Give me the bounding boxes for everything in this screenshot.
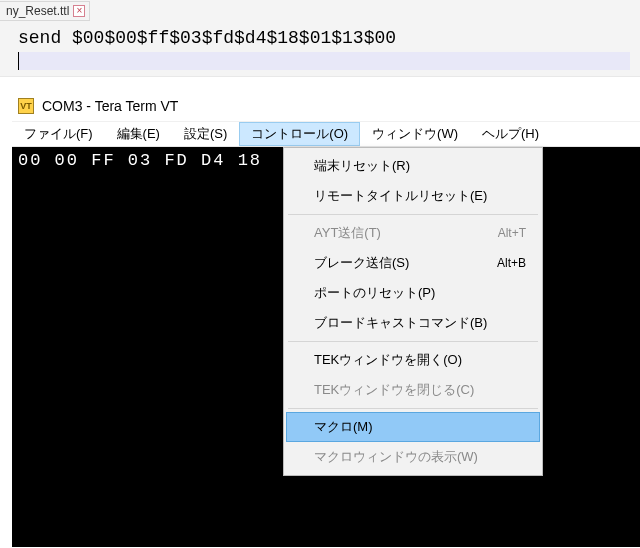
menu-tek-close: TEKウィンドウを閉じる(C)	[286, 375, 540, 405]
menu-item-label: ブレーク送信(S)	[314, 254, 409, 272]
menu-separator	[288, 408, 538, 409]
menu-item-label: TEKウィンドウを開く(O)	[314, 351, 462, 369]
menu-ayt-send: AYT送信(T) Alt+T	[286, 218, 540, 248]
editor-caret-line[interactable]	[18, 52, 630, 70]
menubar: ファイル(F) 編集(E) 設定(S) コントロール(O) ウィンドウ(W) ヘ…	[12, 121, 640, 147]
menu-broadcast[interactable]: ブロードキャストコマンド(B)	[286, 308, 540, 338]
teraterm-window: VT COM3 - Tera Term VT ファイル(F) 編集(E) 設定(…	[12, 91, 640, 547]
menu-file[interactable]: ファイル(F)	[12, 122, 105, 146]
window-title: COM3 - Tera Term VT	[42, 98, 178, 114]
menu-help[interactable]: ヘルプ(H)	[470, 122, 551, 146]
menu-reset-port[interactable]: ポートのリセット(P)	[286, 278, 540, 308]
spacer	[0, 77, 640, 91]
teraterm-icon: VT	[18, 98, 34, 114]
menu-separator	[288, 341, 538, 342]
terminal-line: 00 00 FF 03 FD D4 18	[18, 151, 262, 170]
menu-reset-remote-title[interactable]: リモートタイトルリセット(E)	[286, 181, 540, 211]
menu-item-label: 端末リセット(R)	[314, 157, 410, 175]
menu-item-label: マクロウィンドウの表示(W)	[314, 448, 478, 466]
menu-reset-terminal[interactable]: 端末リセット(R)	[286, 151, 540, 181]
menu-item-shortcut: Alt+B	[497, 256, 526, 270]
file-tab[interactable]: ny_Reset.ttl ×	[0, 1, 90, 21]
menu-item-label: ポートのリセット(P)	[314, 284, 435, 302]
menu-item-label: AYT送信(T)	[314, 224, 381, 242]
menu-setup[interactable]: 設定(S)	[172, 122, 239, 146]
menu-window[interactable]: ウィンドウ(W)	[360, 122, 470, 146]
menu-break-send[interactable]: ブレーク送信(S) Alt+B	[286, 248, 540, 278]
control-menu-dropdown: 端末リセット(R) リモートタイトルリセット(E) AYT送信(T) Alt+T…	[283, 147, 543, 476]
close-icon[interactable]: ×	[73, 5, 85, 17]
menu-item-shortcut: Alt+T	[498, 226, 526, 240]
editor-area: ny_Reset.ttl × send $00$00$ff$03$fd$d4$1…	[0, 0, 640, 77]
menu-control[interactable]: コントロール(O)	[239, 122, 360, 146]
menu-item-label: TEKウィンドウを閉じる(C)	[314, 381, 474, 399]
tab-row: ny_Reset.ttl ×	[0, 0, 640, 22]
menu-item-label: ブロードキャストコマンド(B)	[314, 314, 487, 332]
menu-macro-window: マクロウィンドウの表示(W)	[286, 442, 540, 472]
menu-item-label: マクロ(M)	[314, 418, 373, 436]
menu-edit[interactable]: 編集(E)	[105, 122, 172, 146]
menu-macro[interactable]: マクロ(M)	[286, 412, 540, 442]
menu-tek-open[interactable]: TEKウィンドウを開く(O)	[286, 345, 540, 375]
file-tab-label: ny_Reset.ttl	[6, 4, 69, 18]
editor-code-line[interactable]: send $00$00$ff$03$fd$d4$18$01$13$00	[0, 22, 640, 48]
menu-separator	[288, 214, 538, 215]
titlebar[interactable]: VT COM3 - Tera Term VT	[12, 91, 640, 121]
menu-item-label: リモートタイトルリセット(E)	[314, 187, 487, 205]
